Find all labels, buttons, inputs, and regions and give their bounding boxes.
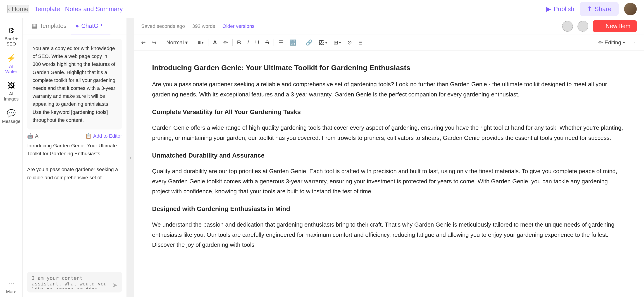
saved-text: Saved seconds ago — [141, 23, 185, 29]
chat-input[interactable] — [32, 275, 110, 289]
image-button[interactable]: 🖼 ▾ — [316, 38, 330, 48]
nav-right: ▶ Publish ⬆ Share — [546, 2, 637, 16]
toolbar-separator-1 — [161, 39, 161, 46]
tab-templates[interactable]: ▦ Templates — [27, 18, 71, 34]
sidebar-item-brief-seo[interactable]: ⚙ Brief + SEO — [1, 24, 22, 49]
add-icon: 📋 — [85, 133, 92, 139]
home-button[interactable]: ‹ Home — [7, 5, 29, 13]
editing-label: Editing — [605, 40, 621, 46]
editor-title: Introducing Garden Genie: Your Ultimate … — [152, 62, 626, 74]
image-chevron-icon: ▾ — [325, 40, 327, 45]
table-button[interactable]: ⊞ ▾ — [331, 38, 344, 48]
sidebar-label-brief-seo: Brief + SEO — [3, 36, 20, 47]
format-label: Normal — [166, 40, 184, 46]
ai-robot-icon: 🤖 — [27, 133, 33, 139]
ai-preview-content: Introducing Garden Genie: Your Ultimate … — [27, 143, 117, 156]
ai-label-text: AI — [35, 133, 40, 139]
prompt-box: You are a copy editor with knowledge of … — [27, 39, 122, 130]
strikethrough-icon: S — [266, 40, 269, 46]
bullet-list-button[interactable]: ☰ — [276, 38, 286, 48]
editor-content[interactable]: Introducing Garden Genie: Your Ultimate … — [134, 51, 644, 297]
collaborator-avatar-2 — [578, 21, 588, 32]
editor-h2: Unmatched Durability and Assurance — [152, 150, 626, 161]
tab-templates-label: Templates — [40, 22, 66, 30]
strikethrough-button[interactable]: S — [263, 38, 272, 48]
ai-section-header: 🤖 AI 📋 Add to Editor — [27, 133, 122, 139]
breadcrumb-prefix: Template: — [34, 6, 62, 12]
words-count: 392 words — [192, 23, 215, 29]
toolbar-separator-6 — [301, 39, 301, 46]
sidebar-item-more[interactable]: ··· More — [1, 277, 22, 297]
breadcrumb-name: Notes and Summary — [65, 6, 123, 12]
send-button[interactable]: ➤ — [112, 282, 118, 289]
collaborator-avatar-1 — [562, 21, 573, 32]
add-to-editor-button[interactable]: 📋 Add to Editor — [85, 133, 122, 139]
message-icon: 💬 — [7, 109, 16, 118]
image-toolbar-icon: 🖼 — [319, 40, 324, 46]
editor-p1: Are you a passionate gardener seeking a … — [152, 79, 626, 99]
align-button[interactable]: ≡ ▾ — [195, 38, 206, 48]
icon-sidebar: ⚙ Brief + SEO ⚡ AI Writer 🖼 AI Images 💬 … — [0, 18, 23, 297]
sidebar-item-ai-images[interactable]: 🖼 AI Images — [1, 79, 22, 104]
ai-preview-content-2: Are you a passionate gardener seeking a … — [27, 166, 118, 180]
red-dot-icon — [599, 24, 603, 28]
text-color-button[interactable]: A — [210, 38, 220, 48]
new-item-label: New Item — [606, 23, 630, 30]
italic-icon: I — [247, 40, 249, 46]
bold-icon: B — [237, 40, 241, 46]
avatar[interactable] — [624, 3, 637, 16]
toolbar-separator-5 — [274, 39, 274, 46]
sidebar-item-message[interactable]: 💬 Message — [1, 106, 22, 127]
editor-p4: We understand the passion and dedication… — [152, 220, 626, 250]
more-options-icon: ··· — [632, 40, 637, 46]
editing-dropdown[interactable]: ✏ Editing ▾ — [595, 38, 628, 48]
editing-chevron-icon: ▾ — [623, 40, 625, 45]
bold-button[interactable]: B — [234, 38, 244, 48]
underline-button[interactable]: U — [252, 38, 262, 48]
undo-icon: ↩ — [141, 40, 146, 46]
underline-icon: U — [255, 40, 259, 46]
breadcrumb: Template: Notes and Summary — [34, 6, 123, 13]
tab-chatgpt[interactable]: ● ChatGPT — [71, 18, 110, 34]
share-label: Share — [594, 6, 612, 13]
new-item-button[interactable]: New Item — [593, 20, 637, 32]
share-button[interactable]: ⬆ Share — [580, 2, 619, 16]
sidebar-item-ai-writer[interactable]: ⚡ AI Writer — [1, 51, 22, 77]
toolbar: ↩ ↪ Normal ▾ ≡ ▾ A ✏ B — [134, 34, 644, 51]
toolbar-separator-3 — [208, 39, 208, 46]
redo-button[interactable]: ↪ — [149, 38, 159, 48]
collapse-icon: ‹ — [130, 155, 131, 160]
align-chevron-icon: ▾ — [202, 40, 204, 45]
link-button[interactable]: 🔗 — [303, 38, 315, 48]
prompt-text: You are a copy editor with knowledge of … — [32, 46, 116, 123]
editor-h1: Complete Versatility for All Your Garden… — [152, 106, 626, 118]
editor-top-right: New Item — [562, 20, 637, 32]
undo-button[interactable]: ↩ — [138, 38, 148, 48]
clear-format-icon: ⊘ — [347, 40, 352, 46]
home-label: Home — [12, 6, 28, 13]
ordered-list-button[interactable]: 🔢 — [287, 38, 299, 48]
chat-input-area: ➤ — [27, 272, 122, 292]
editor-topbar: Saved seconds ago 392 words Older versio… — [134, 18, 644, 34]
chevron-left-icon: ‹ — [8, 6, 10, 13]
ai-section: 🤖 AI 📋 Add to Editor Introducing Garden … — [27, 133, 122, 182]
collapse-handle[interactable]: ‹ — [127, 18, 134, 297]
editor-area: Saved seconds ago 392 words Older versio… — [134, 18, 644, 297]
more-format-icon: ⊟ — [358, 40, 363, 46]
table-chevron-icon: ▾ — [339, 40, 341, 45]
editor-p2: Garden Genie offers a wide range of high… — [152, 123, 626, 142]
highlight-button[interactable]: ✏ — [221, 38, 230, 48]
more-format-button[interactable]: ⊟ — [356, 38, 366, 48]
top-navigation: ‹ Home Template: Notes and Summary ▶ Pub… — [0, 0, 644, 18]
publish-label: Publish — [554, 6, 574, 13]
more-options-button[interactable]: ··· — [630, 38, 640, 48]
clear-format-button[interactable]: ⊘ — [345, 38, 354, 48]
panel: ▦ Templates ● ChatGPT You are a copy edi… — [23, 18, 127, 297]
highlight-icon: ✏ — [223, 40, 228, 46]
format-dropdown[interactable]: Normal ▾ — [163, 38, 191, 48]
italic-button[interactable]: I — [244, 38, 252, 48]
older-versions-link[interactable]: Older versions — [222, 23, 254, 29]
publish-button[interactable]: ▶ Publish — [546, 5, 574, 13]
editor-h3: Designed with Gardening Enthusiasts in M… — [152, 204, 626, 214]
editor-p3: Quality and durability are our top prior… — [152, 166, 626, 196]
